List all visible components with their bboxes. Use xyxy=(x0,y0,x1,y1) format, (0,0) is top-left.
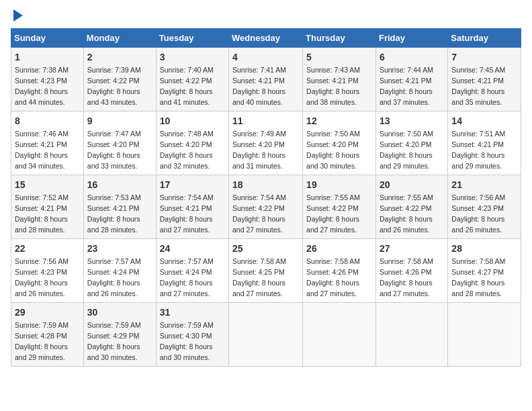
day-info: Sunrise: 7:50 AMSunset: 4:20 PMDaylight:… xyxy=(380,130,433,170)
day-info: Sunrise: 7:58 AMSunset: 4:27 PMDaylight:… xyxy=(451,257,505,298)
day-info: Sunrise: 7:44 AMSunset: 4:21 PMDaylight:… xyxy=(380,66,433,106)
day-number: 8 xyxy=(15,114,80,128)
day-info: Sunrise: 7:41 AMSunset: 4:21 PMDaylight:… xyxy=(232,66,286,106)
day-info: Sunrise: 7:59 AMSunset: 4:29 PMDaylight:… xyxy=(87,321,141,361)
day-number: 6 xyxy=(380,50,444,64)
calendar-cell: 1Sunrise: 7:38 AMSunset: 4:23 PMDaylight… xyxy=(11,48,84,111)
day-number: 16 xyxy=(87,178,152,191)
day-number: 2 xyxy=(87,50,152,64)
day-info: Sunrise: 7:54 AMSunset: 4:22 PMDaylight:… xyxy=(232,193,286,234)
calendar-cell: 20Sunrise: 7:55 AMSunset: 4:22 PMDayligh… xyxy=(375,175,447,239)
weekday-header-monday: Monday xyxy=(83,29,156,48)
day-info: Sunrise: 7:59 AMSunset: 4:28 PMDaylight:… xyxy=(15,321,69,361)
calendar-cell: 7Sunrise: 7:45 AMSunset: 4:21 PMDaylight… xyxy=(448,48,521,111)
day-info: Sunrise: 7:59 AMSunset: 4:30 PMDaylight:… xyxy=(160,321,214,361)
day-info: Sunrise: 7:53 AMSunset: 4:21 PMDaylight:… xyxy=(87,193,141,234)
day-number: 27 xyxy=(380,242,444,255)
calendar-cell: 6Sunrise: 7:44 AMSunset: 4:21 PMDaylight… xyxy=(375,48,447,111)
calendar-cell: 12Sunrise: 7:50 AMSunset: 4:20 PMDayligh… xyxy=(303,111,376,175)
calendar-cell: 5Sunrise: 7:43 AMSunset: 4:21 PMDaylight… xyxy=(303,48,376,111)
day-info: Sunrise: 7:52 AMSunset: 4:21 PMDaylight:… xyxy=(15,193,69,234)
weekday-header-thursday: Thursday xyxy=(303,29,376,48)
day-info: Sunrise: 7:58 AMSunset: 4:25 PMDaylight:… xyxy=(232,257,286,298)
day-number: 20 xyxy=(380,178,444,191)
week-row-2: 8Sunrise: 7:46 AMSunset: 4:21 PMDaylight… xyxy=(11,111,521,175)
day-info: Sunrise: 7:55 AMSunset: 4:22 PMDaylight:… xyxy=(380,193,433,234)
day-info: Sunrise: 7:58 AMSunset: 4:26 PMDaylight:… xyxy=(380,257,433,298)
day-number: 19 xyxy=(306,178,372,191)
day-info: Sunrise: 7:57 AMSunset: 4:24 PMDaylight:… xyxy=(87,257,141,298)
week-row-5: 29Sunrise: 7:59 AMSunset: 4:28 PMDayligh… xyxy=(11,303,521,367)
day-info: Sunrise: 7:50 AMSunset: 4:20 PMDaylight:… xyxy=(306,130,360,170)
day-number: 14 xyxy=(451,114,517,128)
day-info: Sunrise: 7:55 AMSunset: 4:22 PMDaylight:… xyxy=(306,193,360,234)
calendar-cell: 29Sunrise: 7:59 AMSunset: 4:28 PMDayligh… xyxy=(11,303,84,367)
calendar-cell: 26Sunrise: 7:58 AMSunset: 4:26 PMDayligh… xyxy=(303,239,376,303)
day-number: 21 xyxy=(451,178,517,191)
calendar-cell: 17Sunrise: 7:54 AMSunset: 4:21 PMDayligh… xyxy=(156,175,228,239)
day-info: Sunrise: 7:58 AMSunset: 4:26 PMDaylight:… xyxy=(306,257,360,298)
weekday-header-tuesday: Tuesday xyxy=(156,29,228,48)
day-info: Sunrise: 7:39 AMSunset: 4:22 PMDaylight:… xyxy=(87,66,141,106)
day-info: Sunrise: 7:56 AMSunset: 4:23 PMDaylight:… xyxy=(15,257,69,298)
day-number: 18 xyxy=(232,178,299,191)
day-number: 28 xyxy=(451,242,517,255)
day-number: 9 xyxy=(87,114,152,128)
calendar-cell: 2Sunrise: 7:39 AMSunset: 4:22 PMDaylight… xyxy=(83,48,156,111)
weekday-header-friday: Friday xyxy=(375,29,447,48)
day-info: Sunrise: 7:40 AMSunset: 4:22 PMDaylight:… xyxy=(160,66,214,106)
day-info: Sunrise: 7:43 AMSunset: 4:21 PMDaylight:… xyxy=(306,66,360,106)
calendar-cell: 15Sunrise: 7:52 AMSunset: 4:21 PMDayligh… xyxy=(11,175,84,239)
day-number: 4 xyxy=(232,50,299,64)
weekday-header-saturday: Saturday xyxy=(448,29,521,48)
weekday-header-row: SundayMondayTuesdayWednesdayThursdayFrid… xyxy=(11,29,521,48)
day-info: Sunrise: 7:48 AMSunset: 4:20 PMDaylight:… xyxy=(160,130,214,170)
calendar-cell: 14Sunrise: 7:51 AMSunset: 4:21 PMDayligh… xyxy=(448,111,521,175)
calendar-cell: 30Sunrise: 7:59 AMSunset: 4:29 PMDayligh… xyxy=(83,303,156,367)
day-number: 1 xyxy=(15,50,80,64)
calendar-cell: 3Sunrise: 7:40 AMSunset: 4:22 PMDaylight… xyxy=(156,48,228,111)
day-number: 22 xyxy=(15,242,80,255)
day-info: Sunrise: 7:45 AMSunset: 4:21 PMDaylight:… xyxy=(451,66,505,106)
calendar-cell xyxy=(303,303,376,367)
day-number: 3 xyxy=(160,50,225,64)
calendar-cell: 22Sunrise: 7:56 AMSunset: 4:23 PMDayligh… xyxy=(11,239,84,303)
calendar-cell: 28Sunrise: 7:58 AMSunset: 4:27 PMDayligh… xyxy=(448,239,521,303)
weekday-header-sunday: Sunday xyxy=(11,29,84,48)
calendar-cell: 27Sunrise: 7:58 AMSunset: 4:26 PMDayligh… xyxy=(375,239,447,303)
calendar-cell: 31Sunrise: 7:59 AMSunset: 4:30 PMDayligh… xyxy=(156,303,228,367)
day-number: 26 xyxy=(306,242,372,255)
day-info: Sunrise: 7:56 AMSunset: 4:23 PMDaylight:… xyxy=(451,193,505,234)
week-row-1: 1Sunrise: 7:38 AMSunset: 4:23 PMDaylight… xyxy=(11,48,521,111)
day-info: Sunrise: 7:51 AMSunset: 4:21 PMDaylight:… xyxy=(451,130,505,170)
logo-arrow-icon xyxy=(13,9,23,21)
calendar-cell: 25Sunrise: 7:58 AMSunset: 4:25 PMDayligh… xyxy=(229,239,303,303)
day-info: Sunrise: 7:47 AMSunset: 4:20 PMDaylight:… xyxy=(87,130,141,170)
logo xyxy=(11,11,23,21)
day-number: 29 xyxy=(15,306,80,319)
day-info: Sunrise: 7:54 AMSunset: 4:21 PMDaylight:… xyxy=(160,193,214,234)
calendar-cell: 11Sunrise: 7:49 AMSunset: 4:20 PMDayligh… xyxy=(229,111,303,175)
day-info: Sunrise: 7:49 AMSunset: 4:20 PMDaylight:… xyxy=(232,130,286,170)
calendar-cell xyxy=(375,303,447,367)
day-number: 31 xyxy=(160,306,225,319)
calendar-cell: 24Sunrise: 7:57 AMSunset: 4:24 PMDayligh… xyxy=(156,239,228,303)
week-row-4: 22Sunrise: 7:56 AMSunset: 4:23 PMDayligh… xyxy=(11,239,521,303)
day-number: 12 xyxy=(306,114,372,128)
calendar-cell xyxy=(448,303,521,367)
calendar-cell: 16Sunrise: 7:53 AMSunset: 4:21 PMDayligh… xyxy=(83,175,156,239)
header xyxy=(11,11,521,21)
calendar-cell: 10Sunrise: 7:48 AMSunset: 4:20 PMDayligh… xyxy=(156,111,228,175)
calendar-cell: 13Sunrise: 7:50 AMSunset: 4:20 PMDayligh… xyxy=(375,111,447,175)
calendar-cell: 8Sunrise: 7:46 AMSunset: 4:21 PMDaylight… xyxy=(11,111,84,175)
day-info: Sunrise: 7:57 AMSunset: 4:24 PMDaylight:… xyxy=(160,257,214,298)
day-number: 7 xyxy=(451,50,517,64)
calendar-cell xyxy=(229,303,303,367)
calendar-cell: 23Sunrise: 7:57 AMSunset: 4:24 PMDayligh… xyxy=(83,239,156,303)
weekday-header-wednesday: Wednesday xyxy=(229,29,303,48)
calendar-cell: 9Sunrise: 7:47 AMSunset: 4:20 PMDaylight… xyxy=(83,111,156,175)
day-number: 24 xyxy=(160,242,225,255)
day-info: Sunrise: 7:38 AMSunset: 4:23 PMDaylight:… xyxy=(15,66,69,106)
day-number: 30 xyxy=(87,306,152,319)
week-row-3: 15Sunrise: 7:52 AMSunset: 4:21 PMDayligh… xyxy=(11,175,521,239)
